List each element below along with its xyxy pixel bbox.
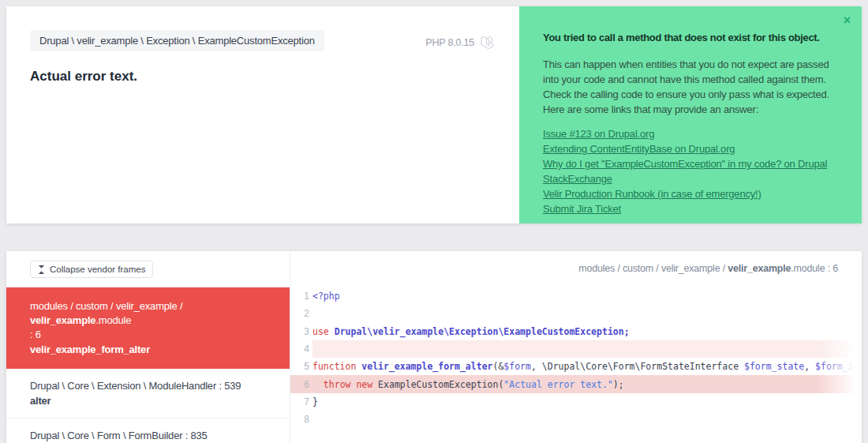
breadcrumb-suffix: .module : 6 [791,263,838,274]
solution-link[interactable]: Submit Jira Ticket [543,201,841,216]
code-source [312,340,862,358]
collapse-button-label: Collapse vendor frames [50,265,145,274]
code-source: <?php [312,287,862,305]
code-source: throw new ExampleCustomException("Actual… [312,375,862,392]
line-number: 5 [290,361,312,372]
line-number: 3 [290,326,312,337]
solution-link[interactable]: Why do I get "ExampleCustomException" in… [543,156,841,186]
exception-class-pill: Drupal \ velir_example \ Exception \ Exa… [30,30,324,51]
code-line: 4 [290,340,862,358]
frames-list: modules / custom / velir_example / velir… [6,287,290,443]
line-number: 8 [290,414,312,425]
error-page: Drupal \ velir_example \ Exception \ Exa… [0,0,868,443]
stack-frame-active[interactable]: modules / custom / velir_example / velir… [6,287,290,369]
frame-method: velir_example_form_alter [30,343,268,357]
frame-file-path: modules / custom / velir_example / velir… [30,299,268,328]
code-source [312,411,862,428]
exception-header-section: Drupal \ velir_example \ Exception \ Exa… [6,6,862,223]
solution-link[interactable]: Velir Production Runbook (in case of eme… [543,186,841,201]
solution-link[interactable]: Issue #123 on Drupal.org [543,126,841,141]
frame-class-path: Drupal \ Core \ Extension \ ModuleHandle… [30,379,268,393]
code-source [312,305,862,322]
code-line: 8 [290,411,862,428]
frame-class-path: Drupal \ Core \ Form \ FormBuilder : 835 [30,429,268,443]
code-line: 3use Drupal\velir_example\Exception\Exam… [290,323,862,340]
code-line-error: 6 throw new ExampleCustomException("Actu… [290,375,862,392]
code-source: function velir_example_form_alter(&$form… [312,358,862,375]
breadcrumb-prefix: modules / custom / velir_example / [578,263,728,274]
code-line: 7} [290,393,862,411]
code-line: 5function velir_example_form_alter(&$for… [290,358,862,375]
code-block: 1<?php23use Drupal\velir_example\Excepti… [290,287,862,428]
code-source: } [312,393,862,411]
line-number: 1 [290,291,312,302]
solution-links: Issue #123 on Drupal.orgExtending Conten… [543,126,841,216]
stack-frame[interactable]: Drupal \ Core \ Form \ FormBuilder : 835… [6,419,290,443]
solution-panel: × You tried to call a method that does n… [519,6,862,223]
frame-line-number: : 6 [30,328,268,342]
solution-title: You tried to call a method that does not… [543,30,841,45]
stack-frame[interactable]: Drupal \ Core \ Extension \ ModuleHandle… [6,369,290,419]
exception-card: Drupal \ velir_example \ Exception \ Exa… [6,6,519,223]
line-number: 7 [290,396,312,407]
code-editor: modules / custom / velir_example / velir… [290,251,862,443]
solution-body: This can happen when entities that you d… [543,57,841,117]
close-icon[interactable]: × [844,14,851,27]
line-number: 4 [290,344,312,355]
code-source: use Drupal\velir_example\Exception\Examp… [312,323,862,340]
line-number: 2 [290,308,312,319]
code-line: 1<?php [290,287,862,305]
collapse-vendor-frames-button[interactable]: Collapse vendor frames [30,261,153,278]
sidebar-toolbar: Collapse vendor frames [6,251,290,287]
solution-link[interactable]: Extending ContentEntityBase on Drupal.or… [543,141,841,156]
php-version-label: PHP 8.0.15 [425,37,474,48]
line-number: 6 [290,379,312,390]
frame-method: alter [30,394,268,408]
breadcrumb-filename: velir_example [728,263,791,274]
code-line: 2 [290,305,862,322]
exception-message: Actual error text. [30,69,496,84]
laravel-icon [481,36,494,49]
stack-trace-section: Collapse vendor frames modules / custom … [6,251,862,443]
collapse-icon [38,265,45,274]
stack-frames-sidebar: Collapse vendor frames modules / custom … [6,251,290,443]
runtime-meta: PHP 8.0.15 [425,36,494,49]
file-breadcrumb: modules / custom / velir_example / velir… [578,263,838,274]
